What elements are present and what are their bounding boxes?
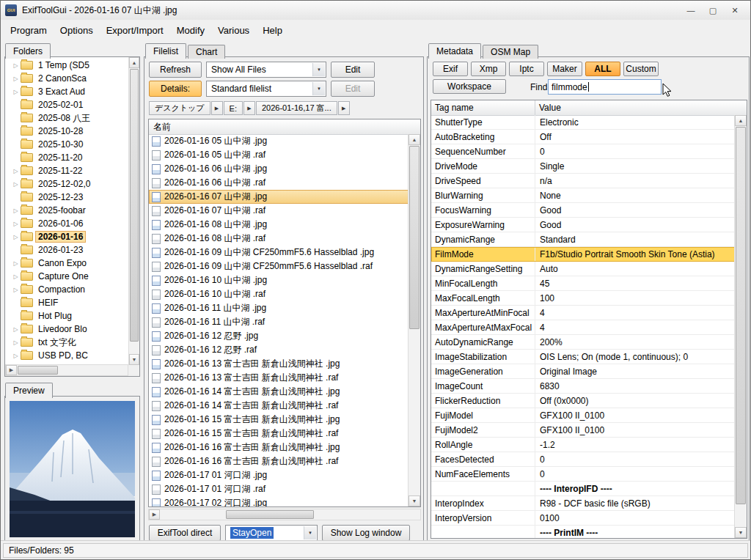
filelist-vertical-scrollbar[interactable]: ▲ ▼ [408, 134, 420, 506]
edit-filter-button[interactable]: Edit [331, 62, 375, 78]
file-row[interactable]: 2026-01-16 09 山中湖 CF250mmF5.6 Hasselblad… [149, 246, 409, 259]
scroll-down-icon[interactable]: ▼ [409, 495, 420, 506]
metadata-row[interactable]: DynamicRangeSettingAuto [431, 262, 735, 276]
tab-metadata[interactable]: Metadata [428, 43, 481, 59]
metadata-row[interactable]: InteropIndexR98 - DCF basic file (sRGB) [431, 496, 735, 511]
expand-chevron-icon[interactable]: ▷ [12, 75, 20, 82]
close-icon[interactable]: ✕ [724, 2, 746, 18]
file-row[interactable]: 2026-01-16 06 山中湖 .jpg [149, 162, 409, 176]
tree-item[interactable]: Hot Plug [5, 309, 128, 323]
breadcrumb-arrow-icon[interactable]: ▶ [338, 101, 350, 115]
metadata-row[interactable]: MaxApertureAtMaxFocal4 [431, 320, 735, 335]
metadata-row[interactable]: ---- InteropIFD ---- [431, 482, 735, 496]
tree-item[interactable]: ▷2026-01-06 [5, 217, 128, 230]
metadata-row[interactable]: ShutterTypeElectronic [431, 115, 735, 130]
value-column-header[interactable]: Value [535, 100, 747, 115]
tree-item[interactable]: HEIF [5, 296, 128, 309]
file-row[interactable]: 2026-01-16 14 富士吉田 新倉山浅間神社 .jpg [149, 385, 409, 399]
menu-modify[interactable]: Modify [170, 22, 211, 39]
file-row[interactable]: 2026-01-16 10 山中湖 .raf [149, 287, 409, 301]
file-row[interactable]: 2026-01-16 05 山中湖 .jpg [149, 134, 409, 148]
file-row[interactable]: 2026-01-16 05 山中湖 .raf [149, 148, 409, 162]
metadata-row[interactable]: ImageStabilizationOIS Lens; On (mode 1, … [431, 350, 735, 364]
tree-item[interactable]: ▷2 CanonSca [5, 72, 128, 85]
file-row[interactable]: 2026-01-16 16 富士吉田 新倉山浅間神社 .raf [149, 454, 409, 468]
file-row[interactable]: 2026-01-17 01 河口湖 .raf [149, 482, 409, 496]
filter-iptc-button[interactable]: Iptc [509, 62, 544, 76]
expand-chevron-icon[interactable]: ▷ [12, 89, 20, 95]
tab-preview[interactable]: Preview [5, 383, 53, 398]
tree-item[interactable]: ▷1 Temp (SD5 [5, 59, 128, 72]
find-input[interactable]: filmmode [548, 79, 662, 95]
tag-name-column-header[interactable]: Tag name [431, 100, 535, 115]
metadata-row[interactable]: BlurWarningNone [431, 188, 735, 203]
scroll-up-icon[interactable]: ▲ [129, 57, 139, 68]
menu-help[interactable]: Help [256, 22, 289, 39]
expand-chevron-icon[interactable]: ▷ [12, 168, 20, 174]
tab-filelist[interactable]: Filelist [145, 43, 186, 59]
filter-all-button[interactable]: ALL [585, 62, 620, 76]
tree-item[interactable]: ▷2026-01-16 [5, 230, 128, 243]
breadcrumb-segment[interactable]: デスクトップ [149, 101, 210, 115]
scroll-thumb[interactable] [226, 510, 314, 519]
expand-chevron-icon[interactable]: ▷ [12, 62, 20, 69]
expand-chevron-icon[interactable]: ▷ [12, 221, 20, 227]
file-row[interactable]: 2026-01-17 02 河口湖 .jpg [149, 496, 409, 506]
file-row[interactable]: 2026-01-16 08 山中湖 .raf [149, 232, 409, 246]
edit-filelist-button[interactable]: Edit [331, 81, 375, 97]
file-row[interactable]: 2026-01-16 09 山中湖 CF250mmF5.6 Hasselblad… [149, 259, 409, 273]
filter-xmp-button[interactable]: Xmp [471, 62, 506, 76]
tree-item[interactable]: ▷2025-11-22 [5, 164, 128, 177]
scroll-thumb[interactable] [18, 366, 58, 375]
metadata-row[interactable]: DriveModeSingle [431, 159, 735, 174]
tree-item[interactable]: ▷USB PD, BC [5, 349, 128, 362]
file-row[interactable]: 2026-01-16 15 富士吉田 新倉山浅間神社 .raf [149, 427, 409, 441]
tree-item[interactable]: ▷Canon Expo [5, 257, 128, 270]
filter-maker-button[interactable]: Maker [547, 62, 582, 76]
filter-custom-button[interactable]: Custom [623, 62, 659, 76]
expand-chevron-icon[interactable]: ▷ [12, 326, 20, 333]
tree-item[interactable]: ▷Compaction [5, 283, 128, 296]
show-log-window-button[interactable]: Show Log window [322, 525, 410, 541]
tab-chart[interactable]: Chart [188, 45, 225, 59]
scroll-up-icon[interactable]: ▲ [409, 134, 420, 145]
scroll-down-icon[interactable]: ▼ [129, 354, 139, 365]
metadata-row[interactable]: MaxApertureAtMinFocal4 [431, 306, 735, 320]
tree-item[interactable]: ▷txt 文字化 [5, 336, 128, 349]
file-row[interactable]: 2026-01-16 07 山中湖 .jpg [149, 190, 409, 204]
metadata-row[interactable]: MinFocalLength45 [431, 276, 735, 291]
filter-exif-button[interactable]: Exif [433, 62, 468, 76]
refresh-button[interactable]: Refresh [149, 62, 202, 78]
file-row[interactable]: 2026-01-16 07 山中湖 .raf [149, 204, 409, 218]
file-row[interactable]: 2026-01-16 10 山中湖 .jpg [149, 273, 409, 287]
tree-item[interactable]: ▷2025-12-02,0 [5, 177, 128, 191]
metadata-row[interactable]: AutoBracketingOff [431, 130, 735, 144]
metadata-row[interactable]: ImageGenerationOriginal Image [431, 364, 735, 379]
expand-chevron-icon[interactable]: ▷ [12, 260, 20, 267]
scroll-thumb[interactable] [409, 146, 420, 329]
breadcrumb-segment[interactable]: E: [224, 101, 243, 115]
stayopen-combobox[interactable]: StayOpen ▼ [225, 525, 318, 541]
metadata-row[interactable]: InteropVersion0100 [431, 511, 735, 526]
file-row[interactable]: 2026-01-16 12 忍野 .raf [149, 343, 409, 357]
menu-options[interactable]: Options [54, 22, 100, 39]
details-button[interactable]: Details: [149, 81, 202, 97]
expand-chevron-icon[interactable]: ▷ [12, 234, 20, 240]
metadata-row[interactable]: FacesDetected0 [431, 452, 735, 467]
scroll-right-icon[interactable]: ▶ [6, 365, 17, 375]
tree-item[interactable]: 2025-02-01 [5, 98, 128, 111]
maximize-icon[interactable]: ▢ [702, 2, 724, 18]
tree-item[interactable]: 2025-10-28 [5, 125, 128, 138]
tree-item[interactable]: ▷Livedoor Blo [5, 323, 128, 336]
scroll-thumb[interactable] [736, 127, 746, 504]
file-row[interactable]: 2026-01-16 15 富士吉田 新倉山浅間神社 .jpg [149, 413, 409, 427]
scroll-up-icon[interactable]: ▲ [735, 115, 747, 126]
tree-item[interactable]: 2025-11-20 [5, 151, 128, 164]
file-row[interactable]: 2026-01-16 11 山中湖 .jpg [149, 301, 409, 315]
metadata-row[interactable]: FilmModeF1b/Studio Portrait Smooth Skin … [431, 247, 735, 262]
metadata-row[interactable]: RollAngle-1.2 [431, 438, 735, 452]
menu-program[interactable]: Program [4, 22, 54, 39]
metadata-row[interactable]: ImageCount6830 [431, 379, 735, 394]
expand-chevron-icon[interactable]: ▷ [12, 339, 20, 346]
expand-chevron-icon[interactable]: ▷ [12, 353, 20, 359]
